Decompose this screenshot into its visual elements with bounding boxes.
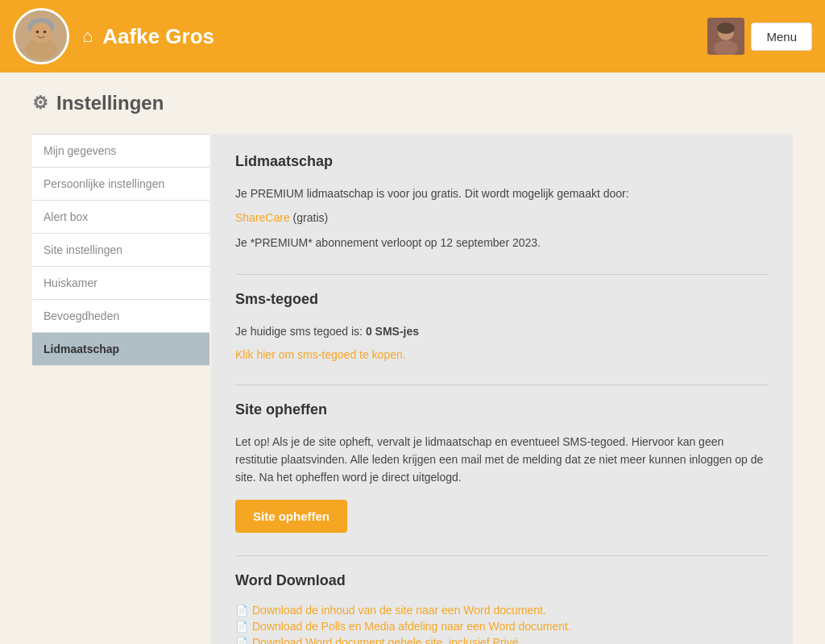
section-word: Word Download 📄Download de inhoud van de… xyxy=(235,572,769,644)
opheffen-button[interactable]: Site opheffen xyxy=(235,500,347,533)
sidebar-item-persoonlijke-instellingen[interactable]: Persoonlijke instellingen xyxy=(32,168,209,201)
divider-2 xyxy=(235,384,769,385)
word-link-1[interactable]: 📄Download de inhoud van de site naar een… xyxy=(235,604,769,617)
lidmaatschap-text2: Je *PREMIUM* abonnement verloopt op 12 s… xyxy=(235,234,769,251)
word-title: Word Download xyxy=(235,572,769,594)
sms-title: Sms-tegoed xyxy=(235,291,769,313)
lidmaatschap-sponsor: ShareCare (gratis) xyxy=(235,209,769,226)
sidebar-item-huiskamer[interactable]: Huiskamer xyxy=(32,267,209,300)
sidebar-item-bevoegdheden[interactable]: Bevoegdheden xyxy=(32,300,209,333)
sidebar-item-alert-box[interactable]: Alert box xyxy=(32,201,209,234)
word-icon-2: 📄 xyxy=(235,621,248,633)
sidebar-item-mijn-gegevens[interactable]: Mijn gegevens xyxy=(32,134,209,168)
avatar xyxy=(13,8,69,64)
layout: Mijn gegevens Persoonlijke instellingen … xyxy=(32,134,793,644)
svg-point-6 xyxy=(44,31,47,34)
section-sms: Sms-tegoed Je huidige sms tegoed is: 0 S… xyxy=(235,291,769,361)
divider-3 xyxy=(235,555,769,556)
sidebar-item-lidmaatschap[interactable]: Lidmaatschap xyxy=(32,333,209,366)
sharecare-link[interactable]: ShareCare xyxy=(235,211,290,224)
word-icon-1: 📄 xyxy=(235,605,248,617)
header: ⌂ Aafke Gros Menu xyxy=(0,0,825,73)
svg-point-4 xyxy=(31,23,52,44)
header-name: Aafke Gros xyxy=(102,24,214,49)
lidmaatschap-title: Lidmaatschap xyxy=(235,153,769,175)
section-lidmaatschap: Lidmaatschap Je PREMIUM lidmaatschap is … xyxy=(235,153,769,251)
opheffen-text: Let op! Als je de site opheft, vervalt j… xyxy=(235,433,769,487)
sidebar: Mijn gegevens Persoonlijke instellingen … xyxy=(32,134,209,644)
word-link-2[interactable]: 📄Download de Polls en Media afdeling naa… xyxy=(235,620,769,633)
word-link-3[interactable]: 📄Download Word document gehele site, inc… xyxy=(235,636,769,644)
section-opheffen: Site opheffen Let op! Als je de site oph… xyxy=(235,401,769,533)
divider-1 xyxy=(235,274,769,275)
user-avatar xyxy=(707,18,744,55)
sidebar-item-site-instellingen[interactable]: Site instellingen xyxy=(32,234,209,267)
lidmaatschap-text1: Je PREMIUM lidmaatschap is voor jou grat… xyxy=(235,185,769,202)
sms-koop-link[interactable]: Klik hier om sms-tegoed te kopen. xyxy=(235,348,406,361)
home-icon[interactable]: ⌂ xyxy=(82,26,93,47)
svg-point-5 xyxy=(36,31,39,34)
sms-text: Je huidige sms tegoed is: 0 SMS-jes xyxy=(235,322,769,340)
menu-button[interactable]: Menu xyxy=(751,23,812,51)
gear-icon: ⚙ xyxy=(32,93,48,114)
header-right: Menu xyxy=(707,18,812,55)
page-content: ⚙ Instellingen Mijn gegevens Persoonlijk… xyxy=(0,73,825,644)
svg-point-10 xyxy=(717,23,735,34)
page-title: ⚙ Instellingen xyxy=(32,92,793,114)
word-icon-3: 📄 xyxy=(235,637,248,644)
opheffen-title: Site opheffen xyxy=(235,401,769,423)
main-content: Lidmaatschap Je PREMIUM lidmaatschap is … xyxy=(211,134,793,644)
